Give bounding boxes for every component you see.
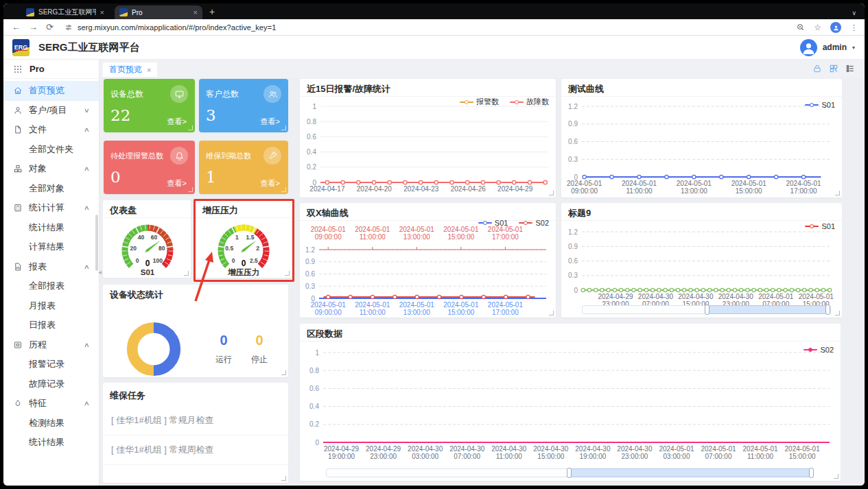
site-favicon-icon — [26, 8, 34, 16]
sidebar-item-17[interactable]: 检测结果 — [3, 414, 99, 433]
view-link[interactable]: 查看> — [167, 117, 187, 127]
sidebar-menu: 首页预览客户/项目∨文件∧全部文件夹对象∧全部对象统计计算∧统计结果计算结果报表… — [3, 81, 99, 453]
home-icon — [13, 86, 23, 95]
svg-text:增压压力: 增压压力 — [227, 268, 259, 276]
tab-close-icon[interactable]: × — [147, 66, 151, 74]
chart-legend: 报警数故障数 — [460, 97, 549, 107]
view-link[interactable]: 查看> — [261, 178, 280, 189]
zoom-icon[interactable] — [796, 23, 805, 33]
browser-tab-serg[interactable]: SERG工业互联网平台 × — [21, 5, 109, 19]
datazoom-slider[interactable] — [582, 305, 831, 314]
datazoom-handle[interactable] — [567, 468, 572, 478]
layout-grid-icon[interactable] — [829, 64, 838, 73]
dashboard: 首页预览 × ◂ 设备总数 22 查看> 客户总数 3 查看> 待处理报警总数 … — [99, 60, 865, 486]
bookmark-star-icon[interactable]: ☆ — [814, 23, 821, 32]
device-status-donut[interactable] — [122, 318, 185, 381]
sidebar-item-16[interactable]: 特征∧ — [3, 394, 99, 414]
sidebar-item-0[interactable]: 首页预览 — [3, 81, 99, 101]
sidebar-item-label: 全部对象 — [29, 182, 64, 195]
maintenance-task-item[interactable]: [ 佳华1#机组 ] 常规月检查 — [103, 406, 288, 436]
sidebar-item-18[interactable]: 统计结果 — [3, 433, 99, 453]
username-label[interactable]: admin — [823, 43, 847, 52]
datazoom-slider[interactable] — [326, 468, 812, 477]
sidebar-item-11[interactable]: 月报表 — [3, 296, 99, 316]
stat-card-maintenance-due[interactable]: 维保到期总数 1 查看> — [199, 141, 288, 194]
sidebar-item-15[interactable]: 故障记录 — [3, 374, 99, 394]
tab-list-chevron-icon[interactable]: ∨ — [852, 10, 856, 16]
forward-button[interactable]: → — [29, 22, 38, 32]
maintenance-task-item[interactable]: [ 佳华1#机组 ] 常规周检查 — [103, 436, 288, 465]
site-settings-icon[interactable] — [64, 23, 73, 32]
datazoom-handle[interactable] — [809, 468, 814, 478]
sidebar-collapse-handle[interactable]: ◂ — [98, 268, 102, 276]
gauge-dial[interactable]: 0204060801000S01 — [103, 218, 191, 278]
tab-close-icon[interactable]: × — [100, 8, 104, 16]
project-switcher[interactable]: Pro — [3, 60, 99, 79]
sidebar-item-label: 报警记录 — [29, 358, 64, 370]
workspace-tab-home[interactable]: 首页预览 × — [103, 62, 157, 77]
sidebar-item-12[interactable]: 日报表 — [3, 315, 99, 335]
list-settings-icon[interactable] — [845, 64, 855, 73]
alarm-fault-chart[interactable]: 00.20.40.60.812024-04-172024-04-202024-0… — [300, 97, 556, 198]
legend-item[interactable]: 报警数 — [460, 97, 499, 107]
title9-chart[interactable]: 00.30.60.91.22024-04-2923:00:002024-04-3… — [561, 221, 842, 318]
svg-text:1.2: 1.2 — [568, 228, 578, 236]
file-icon — [13, 125, 23, 134]
sidebar-item-2[interactable]: 文件∧ — [3, 120, 99, 140]
sidebar-item-7[interactable]: 统计结果 — [3, 218, 99, 238]
datazoom-handle[interactable] — [705, 305, 709, 315]
sidebar-item-1[interactable]: 客户/项目∨ — [3, 101, 99, 121]
stat-card-total-devices[interactable]: 设备总数 22 查看> — [104, 79, 195, 132]
user-menu-caret-icon[interactable]: ▾ — [852, 45, 855, 51]
legend-item[interactable]: S01 — [805, 101, 835, 109]
segment-data-chart[interactable]: 00.20.40.60.812024-04-2919:00:002024-04-… — [300, 342, 841, 481]
svg-text:0.6: 0.6 — [305, 270, 315, 278]
sidebar-item-3[interactable]: 全部文件夹 — [3, 140, 99, 160]
back-button[interactable]: ← — [12, 22, 21, 32]
sidebar-item-8[interactable]: 计算结果 — [3, 237, 99, 257]
app-header: ERG SERG工业互联网平台 admin ▾ — [3, 36, 865, 60]
lock-icon[interactable] — [812, 64, 822, 73]
view-link[interactable]: 查看> — [261, 117, 280, 127]
stat-card-pending-alarms[interactable]: 待处理报警总数 0 查看> — [104, 141, 195, 194]
reload-button[interactable]: ⟳ — [46, 22, 54, 32]
browser-profile-avatar[interactable] — [830, 22, 841, 33]
dual-x-axis-chart[interactable]: 00.30.60.91.22024-05-0109:00:002024-05-0… — [300, 221, 556, 318]
svg-text:2024-05-0109:00:00: 2024-05-0109:00:00 — [311, 301, 347, 316]
legend-item[interactable]: S01 — [478, 219, 508, 227]
sidebar-item-4[interactable]: 对象∧ — [3, 159, 99, 179]
svg-text:2024-04-3019:00:00: 2024-04-3019:00:00 — [575, 445, 611, 460]
stat-card-total-customers[interactable]: 客户总数 3 查看> — [199, 79, 288, 132]
legend-item[interactable]: S01 — [805, 222, 835, 230]
sidebar-item-6[interactable]: 统计计算∧ — [3, 198, 99, 218]
gauge-dial[interactable]: 00.511.522.50增压压力 — [196, 218, 292, 278]
legend-item[interactable]: 故障数 — [510, 97, 549, 107]
user-avatar[interactable] — [800, 39, 817, 56]
svg-text:0.4: 0.4 — [309, 403, 319, 410]
svg-text:2024-05-0111:00:00: 2024-05-0111:00:00 — [355, 301, 390, 316]
svg-text:1: 1 — [312, 103, 316, 110]
chevron-up-icon: ∧ — [84, 204, 90, 211]
new-tab-button[interactable]: + — [209, 6, 215, 17]
browser-tab-pro[interactable]: Pro × — [115, 5, 202, 19]
svg-text:0.6: 0.6 — [307, 133, 316, 141]
browser-menu-icon[interactable]: ⋮ — [850, 23, 858, 32]
sidebar-item-5[interactable]: 全部对象 — [3, 179, 99, 199]
sidebar-item-14[interactable]: 报警记录 — [3, 355, 99, 374]
test-curve-chart[interactable]: 00.30.60.91.22024-05-0109:00:002024-05-0… — [561, 97, 842, 198]
svg-text:0: 0 — [136, 257, 139, 264]
legend-item[interactable]: S02 — [804, 346, 834, 354]
legend-item[interactable]: S02 — [519, 219, 549, 227]
sidebar-scrollbar[interactable] — [95, 215, 98, 271]
svg-text:0.9: 0.9 — [305, 258, 315, 265]
svg-text:2024-05-0113:00:00: 2024-05-0113:00:00 — [677, 180, 712, 195]
tab-close-icon[interactable]: × — [193, 8, 198, 16]
sidebar-item-10[interactable]: 全部报表 — [3, 276, 99, 296]
datazoom-handle[interactable] — [825, 305, 830, 315]
workspace-tab-label: 首页预览 — [109, 64, 142, 75]
view-link[interactable]: 查看> — [167, 178, 187, 189]
sidebar-item-9[interactable]: 报表∧ — [3, 257, 99, 277]
svg-text:2024-04-3003:00:00: 2024-04-3003:00:00 — [408, 445, 443, 460]
url-text[interactable]: serg.mixyun.com/mixapplication/#/pro/ind… — [78, 23, 277, 32]
sidebar-item-13[interactable]: 历程∧ — [3, 335, 99, 355]
